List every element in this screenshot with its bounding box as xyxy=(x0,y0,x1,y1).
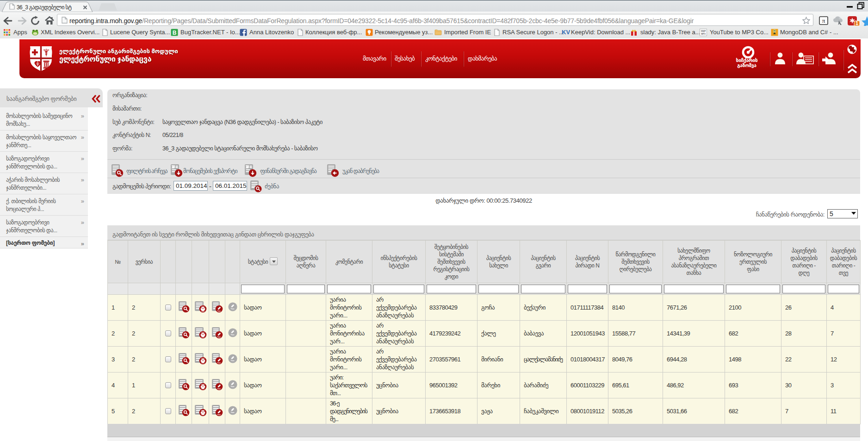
svg-text:MP3: MP3 xyxy=(701,33,706,35)
svg-text:1: 1 xyxy=(856,21,858,26)
svg-text:π: π xyxy=(822,17,825,24)
svg-text:B: B xyxy=(173,30,177,36)
svg-text:SNIP: SNIP xyxy=(701,30,706,32)
